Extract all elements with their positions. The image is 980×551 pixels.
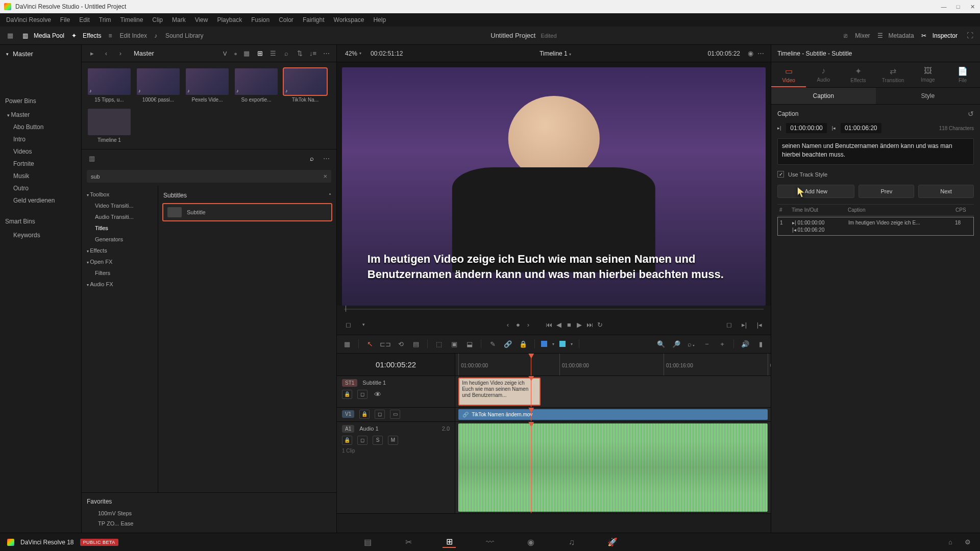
trim-tool-icon[interactable]: ⊏⊐ [380, 339, 390, 349]
media-clip[interactable]: ♪TikTok Na... [284, 68, 327, 103]
power-bin-intro[interactable]: Intro [0, 133, 81, 145]
timeline-title[interactable]: Timeline 1 ▾ [403, 50, 707, 57]
power-bin-outro[interactable]: Outro [0, 182, 81, 194]
nav-back-icon[interactable]: ‹ [101, 48, 111, 59]
power-bin-geld-verdienen[interactable]: Geld verdienen [0, 194, 81, 207]
edit-page-tab[interactable]: ⊞ [443, 537, 456, 548]
playhead-icon[interactable]: ● [513, 319, 523, 330]
power-bin-abo-button[interactable]: Abo Button [0, 121, 81, 133]
viewer-area[interactable]: Im heutigen Video zeige ich Euch wie man… [337, 62, 771, 306]
viewer-options-icon[interactable]: ⋯ [755, 48, 766, 59]
menu-view[interactable]: View [195, 16, 208, 23]
close-button[interactable]: ✕ [969, 3, 976, 10]
zoom-level[interactable]: 42% [345, 50, 357, 57]
power-bin-fortnite[interactable]: Fortnite [0, 158, 81, 170]
go-start-icon[interactable]: |◂ [754, 319, 765, 330]
media-clip[interactable]: ♪So exportie... [235, 68, 278, 103]
fx-search-icon[interactable]: ⌕ [307, 153, 317, 163]
fx-tree-item[interactable]: Open FX [82, 256, 158, 267]
blade-tool-icon[interactable]: ▤ [411, 339, 421, 349]
fx-tree-item[interactable]: Video Transiti... [82, 200, 158, 211]
stop-icon[interactable]: ■ [564, 319, 574, 330]
menu-playback[interactable]: Playback [217, 16, 242, 23]
nav-fwd-icon[interactable]: › [115, 48, 126, 59]
track-badge-v1[interactable]: V1 [342, 410, 354, 418]
smart-bin-keywords[interactable]: Keywords [0, 229, 81, 241]
viewer-mode-icon[interactable]: ◉ [745, 48, 755, 59]
filter-icon[interactable]: ⇅ [295, 48, 305, 59]
settings-icon[interactable]: ⚙ [963, 537, 973, 547]
link-icon[interactable]: 🔗 [503, 339, 513, 349]
fx-tree-item[interactable]: Filters [82, 267, 158, 279]
v-lock-button[interactable]: 🔒 [359, 410, 370, 419]
solo-button[interactable]: S [373, 436, 383, 445]
reset-icon[interactable]: ↺ [968, 110, 974, 118]
minimize-button[interactable]: — [940, 3, 947, 10]
sort-icon[interactable]: ↓≡ [308, 48, 318, 59]
fx-search-input[interactable]: sub × [87, 170, 331, 183]
eye-button[interactable]: 👁 [373, 390, 383, 399]
zoom-custom-icon[interactable]: ⌕▾ [687, 339, 697, 349]
video-clip[interactable]: 🔗 TikTok Namen ändern.mov [458, 409, 768, 420]
fairlight-page-tab[interactable]: ♫ [565, 537, 578, 548]
home-icon[interactable]: ⌂ [945, 537, 955, 547]
a-lock-button[interactable]: 🔒 [342, 436, 352, 445]
audio-clip[interactable] [458, 423, 768, 512]
zoom-detail-icon[interactable]: 🔎 [671, 339, 681, 349]
media-pool-button[interactable]: ▥Media Pool [22, 32, 64, 39]
video-track-body[interactable]: 🔗 TikTok Namen ändern.mov [455, 408, 771, 421]
subtitle-track-body[interactable]: Im heutigen Video zeige ich Euch wie man… [455, 376, 771, 407]
inspector-tab-video[interactable]: ▭Video [771, 62, 806, 87]
search-icon[interactable]: ⌕ [281, 48, 291, 59]
flag-blue-icon[interactable] [541, 341, 547, 347]
favorite-item[interactable]: TP ZO... Ease [87, 518, 331, 529]
fx-tree-item[interactable]: Toolbox [82, 189, 158, 200]
track-badge-a1[interactable]: A1 [342, 425, 354, 433]
menu-color[interactable]: Color [279, 16, 293, 23]
bin-view-icon[interactable]: ▸ [87, 48, 97, 59]
prev-edit-icon[interactable]: ‹ [503, 319, 513, 330]
subtitle-effect-item[interactable]: Subtitle [162, 203, 332, 221]
power-bin-videos[interactable]: Videos [0, 145, 81, 158]
marker-cyan-icon[interactable] [559, 341, 566, 347]
zoom-in-icon[interactable]: + [717, 339, 727, 349]
menu-fusion[interactable]: Fusion [251, 16, 270, 23]
list-view-icon[interactable]: ☰ [268, 48, 278, 59]
insert-icon[interactable]: ⬚ [434, 339, 444, 349]
clear-search-icon[interactable]: × [323, 172, 327, 180]
selection-tool-icon[interactable]: ↖ [365, 339, 375, 349]
tl-view-options-icon[interactable]: ▦ [342, 339, 352, 349]
overwrite-icon[interactable]: ▣ [449, 339, 459, 349]
cut-page-tab[interactable]: ✂ [402, 537, 415, 548]
viewer-dropdown-icon[interactable]: ▾ [358, 319, 369, 330]
audio-meters-icon[interactable]: ▮ [755, 339, 766, 349]
style-tab[interactable]: Style [876, 88, 981, 104]
add-new-button[interactable]: Add New [777, 185, 854, 198]
timeline-ruler[interactable]: 01:00:00:00 01:00:08:00 01:00:16:00 0 [455, 354, 771, 375]
track-badge-st1[interactable]: ST1 [342, 379, 357, 387]
media-clip[interactable]: ♪Pexels Vide... [186, 68, 229, 103]
media-clip[interactable]: ♪15 Tipps, u... [88, 68, 131, 103]
sound-library-button[interactable]: ♪Sound Library [154, 32, 204, 39]
next-button[interactable]: Next [918, 185, 974, 198]
media-clip[interactable]: ♪1000€ passi... [137, 68, 180, 103]
maximize-button[interactable]: □ [954, 3, 962, 10]
fx-tree-item[interactable]: Effects [82, 245, 158, 256]
v-auto-button[interactable]: ◻ [375, 410, 385, 419]
fusion-page-tab[interactable]: 〰 [483, 537, 497, 548]
master-bin-header[interactable]: ▾ Master [0, 45, 81, 63]
use-track-style-checkbox[interactable]: ✓ [777, 171, 784, 178]
fx-panel-icon[interactable]: ▥ [87, 153, 97, 163]
prev-button[interactable]: Prev [859, 185, 914, 198]
fx-tree-item[interactable]: Titles [82, 222, 158, 234]
power-bin-musik[interactable]: Musik [0, 170, 81, 182]
caption-row[interactable]: 1 ▸| 01:00:00:00 |◂ 01:00:06:20 Im heuti… [777, 217, 974, 236]
fx-options-icon[interactable]: ⋯ [321, 153, 331, 163]
next-edit-icon[interactable]: › [523, 319, 533, 330]
first-frame-icon[interactable]: ⏮ [544, 319, 554, 330]
a-auto-button[interactable]: ◻ [357, 436, 368, 445]
play-icon[interactable]: ▶ [574, 319, 584, 330]
edit-index-button[interactable]: ≡Edit Index [109, 32, 147, 39]
effects-button[interactable]: ✦Effects [71, 32, 101, 39]
metadata-button[interactable]: ☰Metadata [877, 32, 914, 39]
